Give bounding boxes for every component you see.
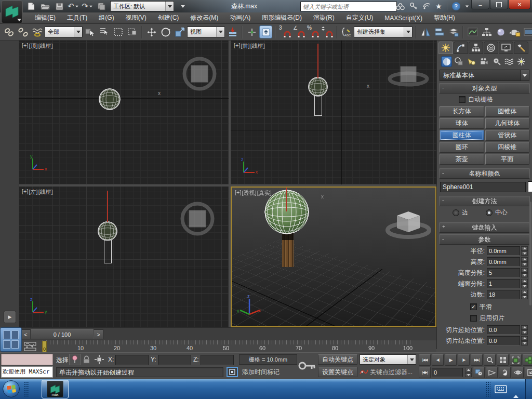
height-segs-spinner[interactable] bbox=[521, 268, 528, 277]
viewport-menu-plus[interactable]: [+] bbox=[22, 42, 29, 50]
viewport-name-menu[interactable]: [透视] bbox=[242, 189, 257, 197]
input-method-keyboard-icon[interactable] bbox=[495, 385, 507, 393]
layer-manager-button[interactable] bbox=[447, 25, 460, 38]
set-keys-key-icon[interactable] bbox=[298, 359, 316, 373]
key-filters-curve-icon[interactable] bbox=[360, 368, 368, 376]
set-key-button[interactable]: 设置关键点 bbox=[318, 367, 357, 377]
new-scene-button[interactable] bbox=[26, 2, 36, 11]
key-filters-button[interactable]: 关键点过滤器... bbox=[370, 368, 413, 377]
render-setup-button[interactable] bbox=[508, 25, 521, 38]
menu-help[interactable]: 帮助(H) bbox=[428, 12, 461, 23]
keyboard-shortcut-override-toggle[interactable] bbox=[259, 25, 272, 38]
radio-center[interactable]: 中心 bbox=[486, 208, 508, 217]
application-menu-button[interactable] bbox=[1, 1, 23, 23]
tab-modify[interactable] bbox=[454, 42, 468, 54]
taskbar-3dsmax-button[interactable]: max bbox=[42, 380, 69, 398]
menu-rendering[interactable]: 渲染(R) bbox=[308, 12, 340, 23]
viewport-top[interactable]: [+] [顶] [线框] x y x bbox=[19, 41, 229, 184]
radius-spinner[interactable] bbox=[521, 246, 528, 256]
maxscript-mini-listener-input[interactable] bbox=[1, 354, 53, 365]
viewport-menu-plus[interactable]: [+] bbox=[22, 188, 29, 196]
time-slider-next-button[interactable]: > bbox=[94, 329, 103, 339]
previous-frame-button[interactable]: ◀| bbox=[432, 354, 444, 366]
category-shapes[interactable] bbox=[454, 56, 464, 67]
show-desktop-button[interactable] bbox=[525, 379, 532, 399]
radius-field[interactable]: 0.0mm bbox=[487, 246, 520, 256]
category-cameras[interactable] bbox=[478, 56, 489, 67]
rollout-object-type[interactable]: - 对象类型 bbox=[439, 83, 530, 94]
height-spinner[interactable] bbox=[521, 257, 528, 267]
minimize-button[interactable]: – bbox=[471, 0, 489, 9]
menu-animation[interactable]: 动画(A) bbox=[224, 12, 256, 23]
menu-modifiers[interactable]: 修改器(M) bbox=[184, 12, 224, 23]
add-time-tag-button[interactable]: 添加时间标记 bbox=[240, 367, 292, 377]
menu-group[interactable]: 组(G) bbox=[93, 12, 119, 23]
reference-coordinate-system-dropdown[interactable]: 视图 bbox=[187, 26, 225, 37]
maximize-viewport-toggle[interactable] bbox=[525, 367, 532, 378]
command-panel-scrollbar[interactable] bbox=[529, 202, 531, 305]
track-bar[interactable]: 0 10 20 30 40 50 60 70 80 90 100 0 bbox=[19, 340, 436, 353]
go-to-end-button[interactable]: ▶▶| bbox=[471, 354, 483, 366]
current-frame-field[interactable]: 0 bbox=[432, 368, 463, 377]
go-to-start-button[interactable]: |◀◀ bbox=[419, 354, 431, 366]
favorites-star-icon[interactable]: ★ bbox=[435, 2, 442, 10]
frame-spinner[interactable] bbox=[465, 368, 472, 377]
select-object-button[interactable] bbox=[84, 25, 97, 38]
maxscript-listener-output[interactable]: 欢迎使用 MAXScr bbox=[1, 366, 53, 378]
z-coord-field[interactable] bbox=[201, 355, 234, 365]
height-field[interactable]: 0.0mm bbox=[487, 257, 520, 267]
button-box[interactable]: 长方体 bbox=[440, 106, 484, 117]
viewport-menu-plus[interactable]: [+] bbox=[235, 189, 242, 197]
scene-explorer-open-button[interactable]: ▶ bbox=[4, 311, 16, 323]
auto-key-button[interactable]: 自动关键点 bbox=[318, 354, 357, 365]
project-folder-button[interactable] bbox=[96, 2, 107, 11]
lock-icon[interactable] bbox=[83, 355, 90, 364]
radio-edge[interactable]: 边 bbox=[453, 208, 468, 217]
window-crossing-toggle-button[interactable] bbox=[126, 25, 139, 38]
button-geosphere[interactable]: 几何球体 bbox=[485, 118, 530, 129]
select-and-move-button[interactable] bbox=[145, 25, 158, 38]
object-color-swatch[interactable] bbox=[528, 181, 532, 192]
button-plane[interactable]: 平面 bbox=[485, 154, 530, 165]
button-tube[interactable]: 管状体 bbox=[485, 130, 530, 141]
mini-curve-editor-button[interactable] bbox=[24, 342, 36, 351]
menu-views[interactable]: 视图(V) bbox=[120, 12, 152, 23]
play-button[interactable]: ▶ bbox=[445, 354, 457, 366]
menu-graph-editors[interactable]: 图形编辑器(D) bbox=[256, 12, 308, 23]
named-selection-sets-dropdown[interactable]: 创建选择集 bbox=[354, 26, 413, 37]
unlink-selection-button[interactable] bbox=[17, 25, 30, 38]
select-and-manipulate-button[interactable] bbox=[245, 25, 258, 38]
viewport-name-menu[interactable]: [顶] bbox=[29, 42, 38, 50]
button-cylinder[interactable]: 圆柱体 bbox=[440, 130, 484, 141]
undo-button[interactable]: ↶ bbox=[68, 2, 78, 11]
bind-to-space-warp-button[interactable] bbox=[31, 25, 44, 38]
sides-field[interactable]: 18 bbox=[487, 290, 520, 299]
schematic-view-button[interactable] bbox=[480, 25, 493, 38]
rollout-keyboard-entry[interactable]: + 键盘输入 bbox=[439, 222, 530, 233]
tab-hierarchy[interactable] bbox=[469, 42, 483, 54]
button-cone[interactable]: 圆锥体 bbox=[485, 106, 530, 117]
button-sphere[interactable]: 球体 bbox=[440, 118, 484, 129]
tab-create[interactable] bbox=[438, 42, 453, 54]
next-frame-button[interactable]: |▶ bbox=[458, 354, 470, 366]
time-slider-handle[interactable]: 0 / 100 bbox=[31, 329, 94, 339]
zoom-extents-selected-button[interactable] bbox=[510, 354, 522, 366]
search-input[interactable] bbox=[300, 2, 397, 11]
slice-to-spinner[interactable] bbox=[521, 336, 528, 345]
cap-segs-field[interactable]: 1 bbox=[487, 279, 520, 288]
menu-maxscript[interactable]: MAXScript(X) bbox=[379, 14, 428, 23]
sphere-object-front[interactable] bbox=[308, 76, 328, 97]
viewport-shading-menu[interactable]: [线框] bbox=[250, 42, 265, 50]
key-icon[interactable] bbox=[409, 2, 418, 10]
key-mode-toggle[interactable]: |◀▶| bbox=[419, 367, 431, 378]
zoom-all-button[interactable] bbox=[497, 354, 509, 366]
front-viewport-label[interactable]: [+] [前] [线框] bbox=[234, 42, 265, 50]
button-torus[interactable]: 圆环 bbox=[440, 142, 484, 153]
absolute-relative-coords-button[interactable] bbox=[95, 355, 104, 364]
viewport-front[interactable]: [+] [前] [线框] x z x bbox=[231, 41, 436, 184]
curve-editor-button[interactable] bbox=[466, 25, 479, 38]
viewport-name-menu[interactable]: [左] bbox=[29, 188, 38, 196]
time-slider-prev-button[interactable]: < bbox=[21, 329, 31, 339]
percent-snap-toggle[interactable]: % bbox=[307, 25, 320, 38]
top-viewport-label[interactable]: [+] [顶] [线框] bbox=[22, 42, 53, 50]
